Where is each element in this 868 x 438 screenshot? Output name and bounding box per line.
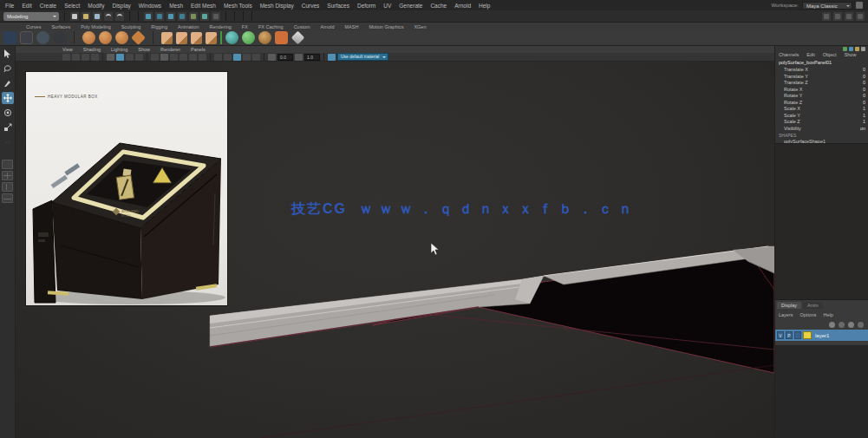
channel-row[interactable]: Translate Z0: [779, 80, 865, 87]
panel-menu-panels[interactable]: Panels: [191, 47, 206, 52]
curve-tool-icon[interactable]: [3, 31, 16, 44]
shelf-tab[interactable]: FX Caching: [258, 24, 284, 29]
panel-menu-view[interactable]: View: [62, 47, 73, 52]
textured-icon[interactable]: [170, 54, 178, 61]
show-blue-toggle-icon[interactable]: [849, 47, 853, 51]
gamma-icon[interactable]: [295, 54, 303, 61]
scale-tool-icon[interactable]: [2, 121, 14, 134]
shelf-tab[interactable]: Animation: [178, 24, 199, 29]
menu-edit-mesh[interactable]: Edit Mesh: [191, 3, 216, 9]
channel-row[interactable]: Rotate Z0: [779, 100, 865, 107]
menu-create[interactable]: Create: [40, 3, 57, 9]
plane-free-icon[interactable]: [206, 32, 217, 44]
menu-set-dropdown[interactable]: Modeling: [3, 12, 59, 21]
render-icon[interactable]: [200, 12, 209, 21]
menu-arnold[interactable]: Arnold: [454, 3, 471, 9]
multisampling-icon[interactable]: [224, 54, 232, 61]
menu-deform[interactable]: Deform: [357, 3, 375, 9]
edit-menu[interactable]: Edit: [806, 52, 814, 57]
menu-surfaces[interactable]: Surfaces: [327, 3, 349, 9]
image-plane-icon[interactable]: [82, 54, 89, 61]
isolate-select-icon[interactable]: [243, 54, 251, 61]
move-layer-up-icon[interactable]: [829, 322, 835, 328]
channel-row[interactable]: Visibilityon: [779, 126, 865, 133]
resolution-gate-icon[interactable]: [126, 54, 134, 61]
menu-uv[interactable]: UV: [383, 3, 391, 9]
channel-row[interactable]: Scale Y1: [779, 113, 865, 120]
poly-cube-icon[interactable]: [99, 31, 112, 44]
shadows-icon[interactable]: [189, 54, 197, 61]
menu-cache[interactable]: Cache: [430, 3, 447, 9]
menu-select[interactable]: Select: [64, 3, 80, 9]
help-menu[interactable]: Help: [823, 312, 832, 317]
perspective-viewport[interactable]: HEAVY MODULAR BOX: [16, 62, 774, 438]
workspace-dropdown[interactable]: Maya Classic: [802, 2, 852, 10]
material-override-dropdown[interactable]: Use default material: [337, 53, 388, 61]
toggle-tool-settings-icon[interactable]: [845, 12, 853, 21]
layers-menu[interactable]: Layers: [779, 312, 793, 317]
exposure-field[interactable]: 0.0: [277, 54, 293, 61]
shelf-tab[interactable]: XGen: [414, 24, 426, 29]
shelf-tab[interactable]: Surfaces: [51, 24, 70, 29]
lock-camera-icon[interactable]: [72, 54, 80, 61]
panel-menu-renderer[interactable]: Renderer: [160, 47, 180, 52]
layer-name[interactable]: layer1: [813, 333, 829, 338]
view-transform-icon[interactable]: [328, 54, 336, 61]
bookmark-icon[interactable]: [91, 54, 99, 61]
options-menu[interactable]: Options: [800, 312, 817, 317]
screen-space-ao-icon[interactable]: [199, 54, 206, 61]
layer-visibility-toggle[interactable]: V: [777, 331, 784, 339]
bevel-icon[interactable]: [258, 31, 271, 44]
extrude-icon[interactable]: [275, 31, 288, 44]
show-menu[interactable]: Show: [845, 52, 857, 57]
shelf-tab[interactable]: Sculpting: [121, 24, 141, 29]
select-camera-icon[interactable]: [62, 54, 70, 61]
menu-mesh-display[interactable]: Mesh Display: [260, 3, 294, 9]
plane-x-icon[interactable]: [161, 32, 173, 44]
layer-playback-toggle[interactable]: P: [786, 331, 793, 339]
rotate-tool-icon[interactable]: [2, 107, 14, 119]
channel-row[interactable]: Scale X1: [779, 106, 865, 113]
object-menu[interactable]: Object: [823, 52, 837, 57]
new-scene-icon[interactable]: [70, 12, 79, 21]
pencil-curve-icon[interactable]: [36, 31, 49, 44]
channel-row[interactable]: Rotate X0: [779, 87, 865, 94]
move-layer-down-icon[interactable]: [839, 322, 845, 328]
layout-persp-outliner-icon[interactable]: [2, 193, 13, 203]
last-tool-icon[interactable]: · ·: [2, 136, 14, 148]
show-gray-toggle-icon[interactable]: [861, 47, 865, 51]
menu-modify[interactable]: Modify: [88, 3, 104, 9]
menu-file[interactable]: File: [5, 3, 14, 9]
multi-cut-icon[interactable]: [291, 31, 305, 45]
ep-curve-icon[interactable]: [20, 31, 33, 44]
menu-curves[interactable]: Curves: [302, 3, 320, 9]
shelf-tab[interactable]: FX: [242, 24, 248, 29]
layer-display-type-toggle[interactable]: [794, 331, 801, 339]
use-all-lights-icon[interactable]: [179, 54, 187, 61]
panel-menu-lighting[interactable]: Lighting: [111, 47, 127, 52]
exposure-icon[interactable]: [268, 54, 276, 61]
layer-color-swatch[interactable]: [803, 331, 812, 339]
grid-icon[interactable]: [107, 54, 114, 61]
toggle-channel-box-icon[interactable]: [856, 12, 865, 21]
menu-display[interactable]: Display: [112, 3, 130, 9]
gamma-field[interactable]: 1.0: [304, 54, 320, 61]
toggle-modeling-toolkit-icon[interactable]: [822, 12, 831, 21]
gate-mask-icon[interactable]: [135, 54, 143, 61]
make-live-icon[interactable]: [189, 12, 198, 21]
lasso-tool-icon[interactable]: [2, 62, 14, 75]
shelf-tab[interactable]: Arnold: [321, 24, 335, 29]
nurbs-sphere-icon[interactable]: [225, 31, 238, 44]
shelf-tab[interactable]: Poly Modeling: [81, 24, 111, 29]
channel-row[interactable]: Translate X0: [779, 67, 865, 74]
menu-help[interactable]: Help: [479, 3, 490, 9]
shelf-tab[interactable]: Rigging: [151, 24, 167, 29]
menu-windows[interactable]: Windows: [139, 3, 161, 9]
channel-box-object-name[interactable]: polySurface_boxPanel01: [779, 60, 865, 65]
layout-single-pane-icon[interactable]: [2, 160, 13, 169]
shaded-icon[interactable]: [160, 54, 168, 61]
undo-icon[interactable]: [104, 12, 113, 21]
workspace-options-icon[interactable]: [856, 2, 863, 9]
menu-mesh[interactable]: Mesh: [169, 3, 183, 9]
snap-to-point-icon[interactable]: [166, 12, 175, 21]
